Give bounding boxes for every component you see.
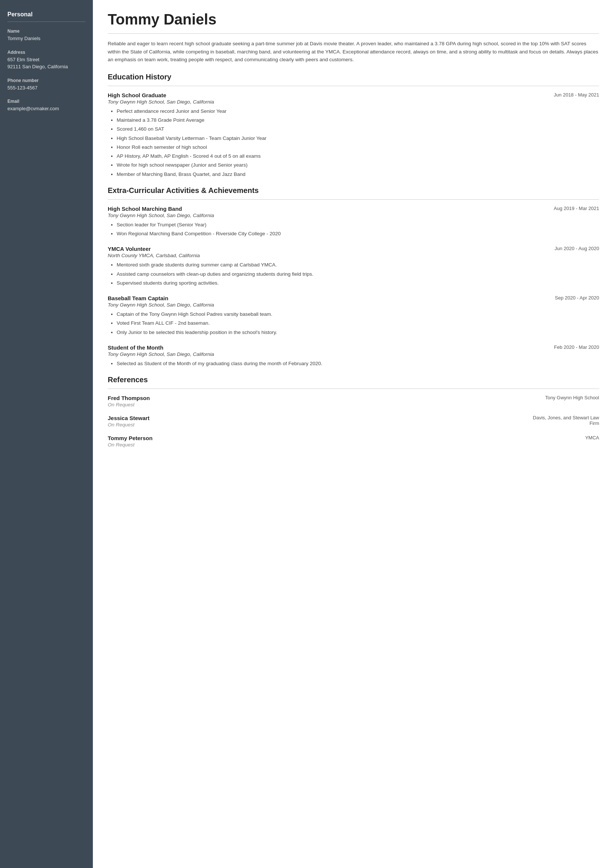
extracurricular-subtitle-3: Tony Gwynn High School, San Diego, Calif… — [108, 352, 599, 357]
extracurricular-header-0: High School Marching Band Aug 2019 - Mar… — [108, 206, 599, 212]
phone-value: 555-123-4567 — [8, 84, 85, 91]
reference-name-2: Tommy Peterson On Request — [108, 435, 153, 448]
list-item: Scored 1,460 on SAT — [117, 126, 599, 133]
reference-org-2: YMCA — [585, 435, 599, 440]
list-item: High School Baseball Varsity Letterman -… — [117, 135, 599, 142]
extracurricular-header-3: Student of the Month Feb 2020 - Mar 2020 — [108, 344, 599, 351]
extracurricular-title-2: Baseball Team Captain — [108, 295, 168, 301]
sidebar-title: Personal — [8, 11, 85, 22]
extracurricular-title-3: Student of the Month — [108, 344, 163, 351]
email-value: example@cvmaker.com — [8, 105, 85, 112]
education-divider — [108, 86, 599, 86]
extracurricular-header-2: Baseball Team Captain Sep 2020 - Apr 202… — [108, 295, 599, 301]
list-item: Maintained a 3.78 Grade Point Average — [117, 116, 599, 124]
extracurricular-date-2: Sep 2020 - Apr 2020 — [555, 295, 599, 301]
address-line1: 657 Elm Street — [8, 56, 85, 64]
extracurricular-entry-2: Baseball Team Captain Sep 2020 - Apr 202… — [108, 295, 599, 336]
reference-header-1: Jessica Stewart On Request Davis, Jones,… — [108, 415, 599, 428]
main-content: Tommy Daniels Reliable and eager to lear… — [93, 0, 614, 868]
extracurricular-entry-0: High School Marching Band Aug 2019 - Mar… — [108, 206, 599, 238]
list-item: Honor Roll each semester of high school — [117, 144, 599, 151]
name-label: Name — [8, 29, 85, 34]
sidebar-phone-section: Phone number 555-123-4567 — [8, 78, 85, 91]
education-entry-0: High School Graduate Jun 2018 - May 2021… — [108, 92, 599, 178]
header-divider — [108, 33, 599, 34]
extracurricular-header-1: YMCA Volunteer Jun 2020 - Aug 2020 — [108, 246, 599, 252]
sidebar: Personal Name Tommy Daniels Address 657 … — [0, 0, 93, 868]
extracurricular-list-0: Section leader for Trumpet (Senior Year)… — [108, 221, 599, 238]
extracurricular-date-3: Feb 2020 - Mar 2020 — [554, 344, 599, 350]
list-item: Perfect attendance record Junior and Sen… — [117, 108, 599, 115]
extracurricular-heading: Extra-Curricular Activities & Achievemen… — [108, 186, 599, 195]
extracurricular-title-1: YMCA Volunteer — [108, 246, 151, 252]
reference-header-2: Tommy Peterson On Request YMCA — [108, 435, 599, 448]
reference-header-0: Fred Thompson On Request Tony Gwynn High… — [108, 395, 599, 408]
extracurricular-title-0: High School Marching Band — [108, 206, 182, 212]
reference-entry-2: Tommy Peterson On Request YMCA — [108, 435, 599, 448]
extracurricular-list-1: Mentored sixth grade students during sum… — [108, 261, 599, 287]
extracurricular-subtitle-2: Tony Gwynn High School, San Diego, Calif… — [108, 302, 599, 308]
reference-name-1: Jessica Stewart On Request — [108, 415, 150, 428]
references-heading: References — [108, 375, 599, 384]
list-item: Section leader for Trumpet (Senior Year) — [117, 221, 599, 229]
list-item: Selected as Student of the Month of my g… — [117, 360, 599, 367]
extracurricular-subtitle-1: North County YMCA, Carlsbad, California — [108, 253, 599, 258]
list-item: Wrote for high school newspaper (Junior … — [117, 161, 599, 169]
education-entry-date-0: Jun 2018 - May 2021 — [554, 92, 599, 98]
education-entry-header-0: High School Graduate Jun 2018 - May 2021 — [108, 92, 599, 98]
extracurricular-entry-3: Student of the Month Feb 2020 - Mar 2020… — [108, 344, 599, 367]
education-entry-subtitle-0: Tony Gwynn High School, San Diego, Calif… — [108, 99, 599, 105]
references-divider — [108, 389, 599, 389]
reference-entry-1: Jessica Stewart On Request Davis, Jones,… — [108, 415, 599, 428]
education-heading: Education History — [108, 73, 599, 81]
extracurricular-entry-1: YMCA Volunteer Jun 2020 - Aug 2020 North… — [108, 246, 599, 287]
reference-entry-0: Fred Thompson On Request Tony Gwynn High… — [108, 395, 599, 408]
extracurricular-date-1: Jun 2020 - Aug 2020 — [555, 246, 599, 251]
list-item: Won Regional Marching Band Competition -… — [117, 230, 599, 237]
list-item: Voted First Team ALL CIF - 2nd baseman. — [117, 319, 599, 327]
list-item: Only Junior to be selected this leadersh… — [117, 329, 599, 336]
extracurricular-divider — [108, 199, 599, 200]
address-line2: 92111 San Diego, California — [8, 63, 85, 71]
summary-text: Reliable and eager to learn recent high … — [108, 40, 599, 64]
list-item: Supervised students during sporting acti… — [117, 279, 599, 287]
sidebar-email-section: Email example@cvmaker.com — [8, 99, 85, 112]
education-entry-title-0: High School Graduate — [108, 92, 166, 98]
list-item: Captain of the Tony Gwynn High School Pa… — [117, 311, 599, 318]
list-item: Mentored sixth grade students during sum… — [117, 261, 599, 269]
phone-label: Phone number — [8, 78, 85, 83]
reference-name-0: Fred Thompson On Request — [108, 395, 150, 408]
reference-org-0: Tony Gwynn High School — [545, 395, 599, 400]
reference-org-1: Davis, Jones, and Stewart Law Firm — [525, 415, 599, 426]
resume-name: Tommy Daniels — [108, 11, 599, 28]
sidebar-name-section: Name Tommy Daniels — [8, 29, 85, 42]
extracurricular-list-3: Selected as Student of the Month of my g… — [108, 360, 599, 367]
education-entry-list-0: Perfect attendance record Junior and Sen… — [108, 108, 599, 178]
address-label: Address — [8, 50, 85, 55]
email-label: Email — [8, 99, 85, 104]
list-item: Assisted camp counselors with clean-up d… — [117, 271, 599, 278]
sidebar-address-section: Address 657 Elm Street 92111 San Diego, … — [8, 50, 85, 71]
list-item: Member of Marching Band, Brass Quartet, … — [117, 171, 599, 178]
extracurricular-date-0: Aug 2019 - Mar 2021 — [554, 206, 599, 211]
extracurricular-subtitle-0: Tony Gwynn High School, San Diego, Calif… — [108, 212, 599, 218]
name-value: Tommy Daniels — [8, 35, 85, 42]
extracurricular-list-2: Captain of the Tony Gwynn High School Pa… — [108, 311, 599, 336]
list-item: AP History, AP Math, AP English - Scored… — [117, 152, 599, 160]
